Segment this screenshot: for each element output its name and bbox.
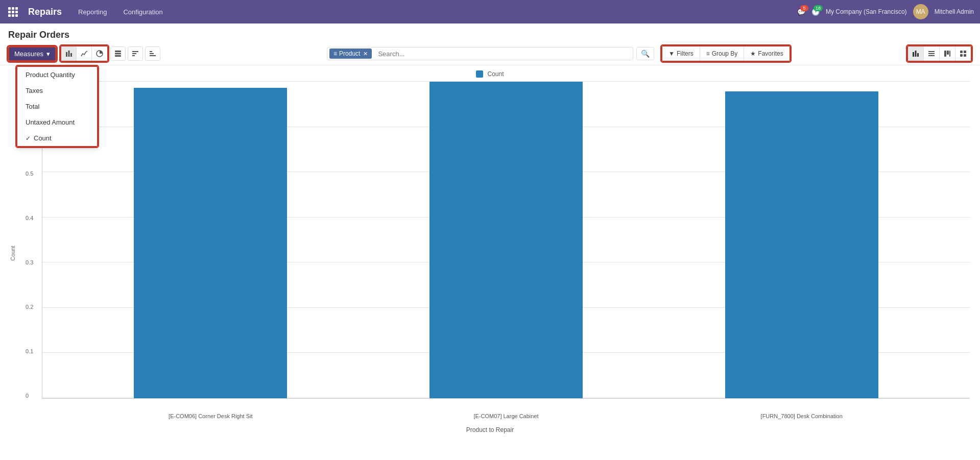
y-tick-03: 0.3 bbox=[26, 259, 38, 265]
sort-desc-button[interactable] bbox=[128, 46, 143, 61]
list-view-button[interactable] bbox=[924, 46, 940, 61]
kanban-view-button[interactable] bbox=[940, 46, 955, 61]
measure-untaxed-amount[interactable]: Untaxed Amount bbox=[17, 114, 97, 130]
bar-group-1 bbox=[108, 82, 313, 398]
chat-badge: 5 bbox=[800, 5, 808, 11]
favorites-label: Favorites bbox=[758, 50, 783, 57]
y-tick-05: 0.5 bbox=[26, 171, 38, 177]
svg-rect-6 bbox=[115, 55, 121, 57]
svg-rect-4 bbox=[115, 51, 121, 52]
navbar: Repairs Reporting Configuration 💬 5 🕐 18… bbox=[0, 0, 980, 23]
legend-label: Count bbox=[487, 70, 504, 78]
svg-rect-20 bbox=[947, 51, 949, 55]
svg-rect-1 bbox=[68, 51, 69, 57]
avatar-initials: MA bbox=[916, 8, 925, 15]
measure-count[interactable]: ✓ Count bbox=[17, 130, 97, 146]
svg-rect-15 bbox=[917, 53, 919, 57]
measure-total-label: Total bbox=[26, 103, 39, 110]
svg-rect-24 bbox=[960, 54, 963, 57]
svg-rect-18 bbox=[928, 55, 935, 56]
controls-left: Measures ▾ bbox=[8, 45, 160, 62]
measure-product-quantity-label: Product Quantity bbox=[26, 71, 75, 79]
measure-untaxed-amount-label: Untaxed Amount bbox=[26, 118, 75, 126]
stack-button[interactable] bbox=[110, 46, 126, 61]
y-axis-label: Count bbox=[10, 246, 16, 260]
svg-rect-21 bbox=[949, 51, 950, 57]
tag-label: Product bbox=[339, 50, 360, 57]
bar-2 bbox=[429, 82, 583, 398]
svg-rect-25 bbox=[964, 54, 966, 57]
measures-label: Measures bbox=[14, 50, 43, 58]
y-tick-0: 0 bbox=[26, 393, 38, 399]
favorites-button[interactable]: ★ Favorites bbox=[744, 46, 789, 61]
bars bbox=[42, 82, 970, 398]
x-label-2: [E-COM07] Large Cabinet bbox=[473, 413, 538, 419]
search-tags: ≡ Product ✕ bbox=[327, 47, 374, 60]
measures-dropdown: Product Quantity Taxes Total Untaxed Amo… bbox=[16, 66, 98, 147]
bar-group-2 bbox=[404, 82, 608, 398]
svg-rect-5 bbox=[115, 53, 121, 55]
group-by-icon: ≡ bbox=[706, 50, 710, 57]
svg-rect-0 bbox=[66, 52, 67, 57]
svg-rect-9 bbox=[132, 55, 135, 56]
count-checkmark-icon: ✓ bbox=[26, 135, 31, 142]
measure-product-quantity[interactable]: Product Quantity bbox=[17, 67, 97, 83]
tag-icon: ≡ bbox=[333, 50, 337, 57]
svg-rect-22 bbox=[960, 51, 963, 53]
chat-notifications[interactable]: 💬 5 bbox=[797, 8, 805, 16]
svg-rect-10 bbox=[150, 51, 152, 52]
filter-bar: ▼ Filters ≡ Group By ★ Favorites bbox=[661, 45, 791, 62]
bar-chart-button[interactable] bbox=[61, 46, 77, 61]
svg-rect-8 bbox=[132, 53, 136, 54]
measure-taxes-label: Taxes bbox=[26, 87, 43, 94]
graph-view-button[interactable] bbox=[908, 46, 924, 61]
avatar[interactable]: MA bbox=[913, 4, 928, 19]
svg-rect-14 bbox=[915, 51, 917, 57]
svg-rect-11 bbox=[150, 53, 154, 54]
nav-configuration[interactable]: Configuration bbox=[119, 6, 166, 18]
y-tick-01: 0.1 bbox=[26, 348, 38, 354]
x-axis-title: Product to Repair bbox=[0, 426, 980, 433]
clock-notifications[interactable]: 🕐 18 bbox=[811, 8, 820, 16]
svg-rect-17 bbox=[928, 53, 935, 54]
y-tick-02: 0.2 bbox=[26, 304, 38, 310]
svg-rect-2 bbox=[70, 53, 72, 57]
svg-rect-16 bbox=[928, 51, 935, 52]
filters-button[interactable]: ▼ Filters bbox=[662, 46, 700, 61]
company-name: My Company (San Francisco) bbox=[826, 8, 907, 15]
x-label-1: [E-COM06] Corner Desk Right Sit bbox=[169, 413, 252, 419]
svg-rect-7 bbox=[132, 51, 138, 52]
measure-total[interactable]: Total bbox=[17, 99, 97, 114]
username: Mitchell Admin bbox=[935, 8, 974, 15]
favorites-icon: ★ bbox=[750, 50, 756, 57]
svg-rect-13 bbox=[913, 52, 914, 57]
brand-name: Repairs bbox=[28, 7, 62, 17]
svg-rect-23 bbox=[964, 51, 966, 53]
nav-reporting[interactable]: Reporting bbox=[74, 6, 111, 18]
search-input[interactable] bbox=[374, 48, 633, 60]
svg-rect-12 bbox=[150, 55, 156, 56]
pivot-view-button[interactable] bbox=[955, 46, 971, 61]
remove-tag-button[interactable]: ✕ bbox=[363, 51, 368, 57]
bars-container: [E-COM06] Corner Desk Right Sit [E-COM07… bbox=[42, 82, 970, 399]
product-search-tag[interactable]: ≡ Product ✕ bbox=[329, 49, 372, 59]
y-tick-04: 0.4 bbox=[26, 215, 38, 221]
measure-taxes[interactable]: Taxes bbox=[17, 83, 97, 99]
search-container: ≡ Product ✕ bbox=[327, 47, 633, 60]
filters-label: Filters bbox=[677, 50, 694, 57]
chart-area: Count Count 0 0.1 0.2 0.3 0.4 0.5 0.6 0.… bbox=[0, 65, 980, 433]
pie-chart-button[interactable] bbox=[92, 46, 107, 61]
apps-menu-button[interactable] bbox=[6, 5, 20, 19]
bar-3 bbox=[725, 91, 878, 398]
filter-icon: ▼ bbox=[668, 50, 675, 57]
svg-rect-19 bbox=[944, 51, 946, 57]
group-by-button[interactable]: ≡ Group By bbox=[700, 46, 745, 61]
bar-1 bbox=[134, 88, 287, 398]
chart-legend: Count bbox=[0, 70, 980, 78]
page-title: Repair Orders bbox=[0, 23, 980, 42]
sort-asc-button[interactable] bbox=[145, 46, 160, 61]
measures-button[interactable]: Measures ▾ bbox=[8, 46, 56, 61]
measure-count-label: Count bbox=[34, 134, 52, 142]
line-chart-button[interactable] bbox=[77, 46, 92, 61]
search-button[interactable]: 🔍 bbox=[636, 47, 654, 60]
